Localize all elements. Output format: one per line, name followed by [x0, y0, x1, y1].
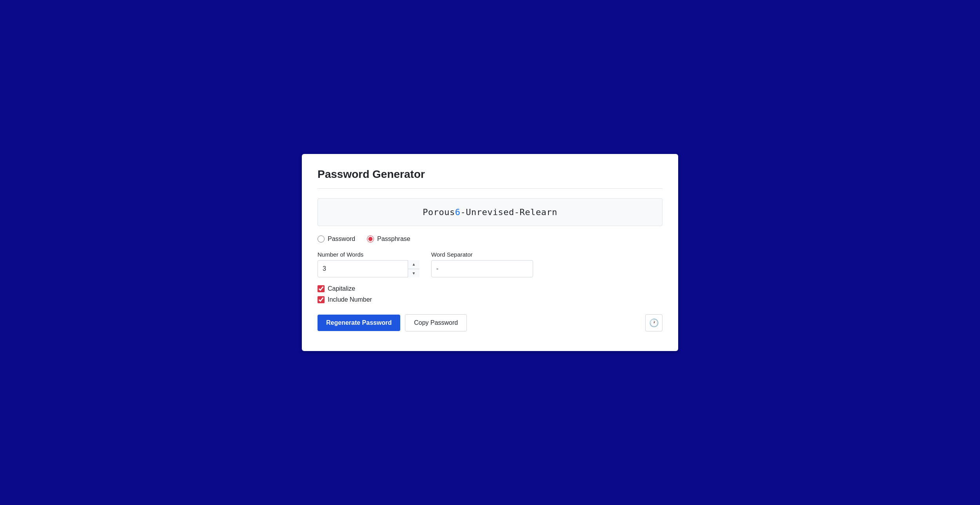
word-separator-group: Word Separator [431, 251, 533, 277]
number-of-words-input[interactable] [318, 260, 419, 277]
history-button[interactable]: 🕐 [645, 314, 662, 331]
capitalize-checkbox[interactable] [318, 285, 325, 292]
capitalize-label-text: Capitalize [328, 285, 355, 292]
passphrase-radio-label[interactable]: Passphrase [367, 235, 410, 243]
passphrase-radio[interactable] [367, 235, 374, 243]
include-number-label-text: Include Number [328, 296, 372, 303]
checkbox-group: Capitalize Include Number [318, 285, 662, 303]
capitalize-checkbox-label[interactable]: Capitalize [318, 285, 662, 292]
spinner-buttons: ▲ ▼ [408, 260, 419, 277]
password-radio-text: Password [328, 235, 355, 243]
password-radio[interactable] [318, 235, 325, 243]
password-prefix: Porous [423, 207, 455, 217]
regenerate-button[interactable]: Regenerate Password [318, 315, 400, 331]
passphrase-radio-text: Passphrase [377, 235, 410, 243]
form-row: Number of Words ▲ ▼ Word Separator [318, 251, 662, 277]
copy-password-button[interactable]: Copy Password [405, 314, 467, 331]
word-separator-input[interactable] [431, 260, 533, 277]
button-row: Regenerate Password Copy Password 🕐 [318, 314, 662, 331]
include-number-checkbox[interactable] [318, 296, 325, 303]
number-of-words-wrapper: ▲ ▼ [318, 260, 419, 277]
number-of-words-group: Number of Words ▲ ▼ [318, 251, 419, 277]
password-generator-card: Password Generator Porous6-Unrevised-Rel… [302, 154, 678, 351]
page-title: Password Generator [318, 168, 662, 181]
password-display: Porous6-Unrevised-Relearn [318, 198, 662, 226]
number-of-words-label: Number of Words [318, 251, 419, 258]
divider [318, 188, 662, 189]
word-separator-label: Word Separator [431, 251, 533, 258]
password-number: 6 [455, 207, 461, 217]
password-suffix: -Unrevised-Relearn [460, 207, 557, 217]
type-radio-group: Password Passphrase [318, 235, 662, 243]
spinner-up-button[interactable]: ▲ [408, 260, 419, 269]
history-icon: 🕐 [649, 318, 659, 328]
spinner-down-button[interactable]: ▼ [408, 269, 419, 278]
password-radio-label[interactable]: Password [318, 235, 355, 243]
include-number-checkbox-label[interactable]: Include Number [318, 296, 662, 303]
button-left-group: Regenerate Password Copy Password [318, 314, 467, 331]
